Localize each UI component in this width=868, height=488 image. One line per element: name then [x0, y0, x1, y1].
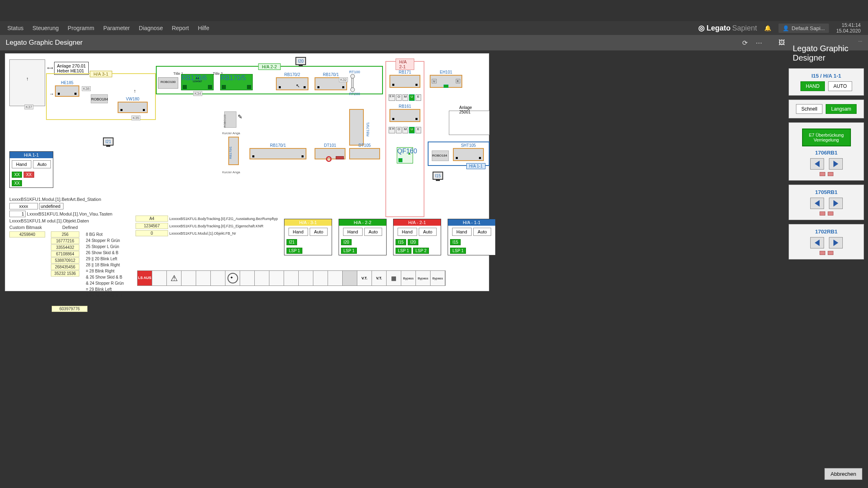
box-dt105[interactable]: DT105 [349, 148, 380, 159]
menu-diagnose[interactable]: Diagnose [139, 25, 163, 31]
status-strip-1[interactable]: E H O M U E [389, 94, 421, 101]
side-card-override: E7 Überbrückung Verriegelung 1706RB1 [789, 122, 864, 181]
menu-status[interactable]: Status [7, 25, 24, 31]
menu-programm[interactable]: Programm [68, 25, 94, 31]
monitor-i15[interactable]: I15 [433, 172, 443, 180]
langsam-button[interactable]: Langsam [826, 104, 856, 114]
bell-icon[interactable]: 🔔 [764, 25, 771, 31]
picture-icon[interactable]: 🖼 [778, 39, 785, 47]
tool-blank-8[interactable] [284, 271, 299, 285]
tool-blank-11[interactable] [328, 271, 343, 285]
box-rb1701-vert[interactable]: RB170/1 [349, 109, 364, 146]
schnell-button[interactable]: Schnell [796, 104, 822, 114]
empty-box-left[interactable]: ↑ [9, 59, 45, 106]
input-v2[interactable] [39, 203, 63, 209]
user-menu[interactable]: 👤 Default Sapi... [778, 24, 829, 33]
input-v2num[interactable] [9, 211, 26, 217]
auto-button[interactable]: Auto [419, 228, 437, 236]
auto-button[interactable]: Auto [310, 228, 328, 236]
box-dt101[interactable]: DT101 [315, 148, 345, 159]
hand-button[interactable]: Hand [398, 228, 417, 236]
bypass-button-3[interactable]: Bypass [431, 271, 445, 285]
logo: ◎ LegatoSapient [698, 24, 757, 33]
menu-report[interactable]: Report [172, 25, 189, 31]
robo-cell-1[interactable]: ✎ ROBO100 [224, 111, 236, 128]
ha-panel[interactable]: H/A - 2-2HandAutoI20LSP 1 [339, 219, 387, 255]
defined-line: & 26 Show Skid & B [86, 274, 124, 280]
tool-blank-6[interactable] [255, 271, 269, 285]
ha-panel[interactable]: H/A - 1-1HandAutoI15LSP 1 [448, 219, 496, 255]
grid-icon[interactable]: ▦ [387, 271, 401, 285]
tool-blank-7[interactable] [269, 271, 284, 285]
tag-k34: K34 [193, 91, 202, 96]
box-sht105[interactable]: SHT105 [453, 148, 484, 161]
box-he185[interactable]: HE185 [55, 85, 79, 97]
anlage-25001-box[interactable]: Anlage 25001 [449, 111, 490, 135]
box-vw180[interactable]: VW180 [118, 102, 148, 113]
vt-button-1[interactable]: V.T. [357, 271, 372, 285]
tool-blank-9[interactable] [299, 271, 313, 285]
menu-steuerung[interactable]: Steuerung [33, 25, 59, 31]
box-eh101[interactable]: EH101 U E [430, 75, 462, 88]
tool-blank-3[interactable] [196, 271, 211, 285]
auto-button[interactable]: AUTO [828, 81, 852, 91]
override-button[interactable]: E7 Überbrückung Verriegelung [802, 129, 851, 146]
hand-button[interactable]: Hand [452, 228, 472, 236]
fan-icon[interactable]: ✦ [225, 271, 240, 285]
right-arrow-button[interactable] [829, 237, 843, 248]
arrow-icon: ⟷ [47, 66, 53, 70]
tool-blank-1[interactable] [152, 271, 167, 285]
status-strip-2[interactable]: E H O M U E [389, 127, 421, 133]
logo-icon: ◎ [698, 24, 705, 33]
auto-button[interactable]: Auto [473, 228, 492, 236]
right-arrow-button[interactable] [829, 158, 843, 170]
hand-button[interactable]: Hand [12, 160, 31, 168]
box-robo100[interactable]: ROBO100 [158, 77, 178, 89]
hand-button[interactable]: Hand [289, 228, 308, 236]
box-qf160[interactable]: QF160 ▲ [397, 147, 413, 163]
tool-grey[interactable] [343, 271, 357, 285]
box-rb1702[interactable]: RB170/2 [276, 77, 308, 90]
tool-blank-5[interactable] [240, 271, 255, 285]
left-arrow-button[interactable] [810, 198, 824, 209]
monitor-i21[interactable]: I21 [103, 137, 114, 146]
rt-track[interactable] [351, 75, 354, 91]
side-title: Legato Graphic Designer [789, 41, 864, 68]
tool-blank-2[interactable] [181, 271, 196, 285]
ls-aus-button[interactable]: LS AUS [138, 271, 152, 285]
box-robo184b[interactable]: ROBO184 [432, 150, 449, 161]
more-icon[interactable]: ⋯ [756, 39, 762, 47]
menu-parameter[interactable]: Parameter [103, 25, 130, 31]
menu-hilfe[interactable]: Hilfe [198, 25, 209, 31]
monitor-i20[interactable]: I20 [295, 57, 306, 65]
refresh-icon[interactable]: ⟳ [742, 39, 748, 47]
box-rb171[interactable]: RB171 [389, 75, 420, 88]
auto-button[interactable]: Auto [33, 160, 51, 168]
tool-blank-10[interactable] [313, 271, 328, 285]
tool-blank-4[interactable] [211, 271, 225, 285]
auto-button[interactable]: Auto [364, 228, 383, 236]
circle-red-icon [326, 156, 332, 162]
ha-panel[interactable]: H/A - 3-1HandAutoI21LSP 1 [284, 219, 332, 255]
box-rb1706[interactable]: RB170/6 A4 1234567 [181, 74, 214, 90]
vt-button-2[interactable]: V.T. [372, 271, 387, 285]
box-rb1705[interactable]: RB170/5 [220, 74, 253, 90]
ha-panel[interactable]: H/A - 2-1HandAutoI15I20LSP 1LSP 2 [393, 219, 441, 255]
box-robo184[interactable]: ROBO184 [91, 94, 108, 103]
bitmask-cell: 538870912 [51, 257, 79, 264]
hand-button[interactable]: Hand [343, 228, 363, 236]
robo-cell-2[interactable]: RB170/1 [228, 137, 239, 165]
box-rb161[interactable]: RB161 [389, 109, 420, 122]
left-arrow-button[interactable] [810, 158, 824, 170]
hand-button[interactable]: HAND [800, 81, 825, 91]
cancel-button[interactable]: Abbrechen [824, 468, 862, 480]
bypass-button-1[interactable]: Bypass [401, 271, 416, 285]
left-arrow-button[interactable] [810, 237, 824, 248]
bypass-button-2[interactable]: Bypass [416, 271, 431, 285]
design-canvas[interactable]: ↑ Anlage 270.01Heber HE101 ⟷ H/A 3-1 HE1… [5, 53, 489, 291]
warning-icon[interactable]: ⚠ [167, 271, 181, 285]
input-v1[interactable] [9, 203, 38, 209]
right-arrow-button[interactable] [829, 198, 843, 209]
box-rb1701b[interactable]: RB170/1 [249, 148, 306, 159]
panel-ha11[interactable]: H/A 1-1 Hand Auto XXXX XX [9, 151, 53, 188]
